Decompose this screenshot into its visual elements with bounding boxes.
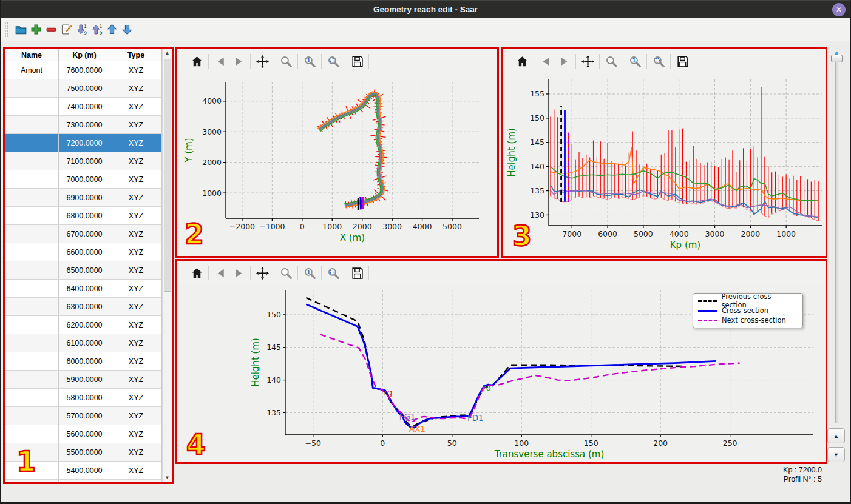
- table-cell[interactable]: XYZ: [110, 170, 162, 189]
- table-cell[interactable]: [5, 389, 59, 407]
- table-cell[interactable]: XYZ: [110, 443, 162, 462]
- home-button[interactable]: [513, 52, 531, 70]
- scrollbar-down-icon[interactable]: ▼: [163, 474, 172, 482]
- table-header-type[interactable]: Type: [110, 49, 162, 61]
- table-row[interactable]: 5300.0000XYZ: [5, 480, 162, 482]
- table-cell[interactable]: [5, 298, 59, 316]
- sort-ascending-button[interactable]: 19: [89, 21, 104, 39]
- scrollbar-up-icon[interactable]: ▲: [163, 49, 172, 58]
- forward-button[interactable]: [229, 264, 248, 282]
- zoom-button[interactable]: [277, 52, 295, 70]
- table-cell[interactable]: [5, 280, 59, 298]
- table-row[interactable]: 6200.0000XYZ: [5, 316, 162, 334]
- table-cell[interactable]: 7300.0000: [59, 116, 110, 134]
- table-cell[interactable]: XYZ: [110, 462, 162, 480]
- zoom-button[interactable]: [602, 52, 620, 70]
- table-cell[interactable]: XYZ: [110, 389, 162, 407]
- table-cell[interactable]: 7200.0000: [59, 134, 110, 152]
- table-cell[interactable]: 6700.0000: [59, 225, 110, 243]
- toolbar-grip-icon[interactable]: [4, 22, 8, 38]
- table-cell[interactable]: [5, 207, 59, 225]
- move-down-button[interactable]: [120, 21, 135, 39]
- table-row[interactable]: 5800.0000XYZ: [5, 389, 162, 407]
- pan-button[interactable]: [578, 52, 597, 70]
- table-cell[interactable]: 7000.0000: [59, 170, 110, 189]
- table-cell[interactable]: 5700.0000: [59, 407, 110, 425]
- back-button[interactable]: [211, 264, 229, 282]
- home-button[interactable]: [188, 264, 206, 282]
- table-cell[interactable]: 6800.0000: [59, 207, 110, 225]
- pan-button[interactable]: [253, 52, 271, 70]
- zoom-button[interactable]: [277, 264, 295, 282]
- table-cell[interactable]: [5, 352, 59, 371]
- table-cell[interactable]: 6400.0000: [59, 280, 110, 298]
- table-cell[interactable]: XYZ: [110, 61, 162, 79]
- zoom-section-button[interactable]: 1: [300, 264, 319, 282]
- table-cell[interactable]: XYZ: [110, 280, 162, 298]
- scrollbar-thumb[interactable]: [164, 59, 171, 292]
- table-cell[interactable]: 7500.0000: [59, 79, 110, 98]
- table-row[interactable]: 7300.0000XYZ: [5, 116, 162, 134]
- table-row[interactable]: 6300.0000XYZ: [5, 298, 162, 316]
- table-cell[interactable]: 7400.0000: [59, 98, 110, 116]
- move-up-button[interactable]: [104, 21, 120, 39]
- longitudinal-plot[interactable]: 7000600050004000300020001000130135140145…: [503, 73, 826, 256]
- table-cell[interactable]: [5, 98, 59, 116]
- table-cell[interactable]: [5, 334, 59, 352]
- table-row[interactable]: 7400.0000XYZ: [5, 98, 162, 116]
- zoom-fit-button[interactable]: [649, 52, 668, 70]
- close-icon[interactable]: ✕: [832, 3, 846, 16]
- table-cell[interactable]: 5800.0000: [59, 389, 110, 407]
- table-scrollbar[interactable]: ▲ ▼: [162, 49, 172, 482]
- table-cell[interactable]: 6100.0000: [59, 334, 110, 352]
- table-cell[interactable]: [5, 170, 59, 189]
- table-cell[interactable]: 6900.0000: [59, 189, 110, 207]
- zoom-fit-button[interactable]: [324, 52, 342, 70]
- zoom-fit-button[interactable]: [324, 264, 342, 282]
- table-row[interactable]: 7200.0000XYZ: [5, 134, 162, 152]
- table-cell[interactable]: Amont: [5, 61, 59, 79]
- table-cell[interactable]: XYZ: [110, 98, 162, 116]
- table-row[interactable]: 5600.0000XYZ: [5, 425, 162, 443]
- table-row[interactable]: 6900.0000XYZ: [5, 189, 162, 207]
- home-button[interactable]: [188, 52, 206, 70]
- profile-down-button[interactable]: ▼: [827, 447, 845, 462]
- table-row[interactable]: Amont7600.0000XYZ: [5, 61, 162, 79]
- profile-slider-handle[interactable]: [831, 55, 843, 62]
- table-cell[interactable]: [5, 480, 59, 482]
- table-cell[interactable]: [5, 261, 59, 280]
- table-cell[interactable]: [5, 316, 59, 334]
- table-header-kp-m[interactable]: Kp (m): [59, 49, 110, 61]
- table-row[interactable]: 6500.0000XYZ: [5, 261, 162, 280]
- table-cell[interactable]: XYZ: [110, 425, 162, 443]
- table-cell[interactable]: [5, 243, 59, 261]
- table-cell[interactable]: [5, 225, 59, 243]
- table-row[interactable]: 6800.0000XYZ: [5, 207, 162, 225]
- pan-button[interactable]: [253, 264, 271, 282]
- add-cross-section-button[interactable]: [29, 21, 44, 39]
- profile-slider-track[interactable]: [835, 52, 838, 423]
- zoom-section-button[interactable]: 1: [300, 52, 319, 70]
- table-row[interactable]: 6100.0000XYZ: [5, 334, 162, 352]
- table-cell[interactable]: XYZ: [110, 79, 162, 98]
- table-cell[interactable]: XYZ: [110, 261, 162, 280]
- forward-button[interactable]: [229, 52, 248, 70]
- table-cell[interactable]: XYZ: [110, 152, 162, 170]
- table-cell[interactable]: XYZ: [110, 225, 162, 243]
- table-cell[interactable]: XYZ: [110, 371, 162, 389]
- table-row[interactable]: 6000.0000XYZ: [5, 352, 162, 371]
- back-button[interactable]: [211, 52, 229, 70]
- table-row[interactable]: 6400.0000XYZ: [5, 280, 162, 298]
- table-cell[interactable]: 5300.0000: [59, 480, 110, 482]
- profile-up-button[interactable]: ▲: [827, 428, 845, 443]
- table-cell[interactable]: 7600.0000: [59, 61, 110, 79]
- table-cell[interactable]: [5, 425, 59, 443]
- table-cell[interactable]: [5, 116, 59, 134]
- table-cell[interactable]: 5900.0000: [59, 371, 110, 389]
- table-cell[interactable]: 5400.0000: [59, 462, 110, 480]
- table-row[interactable]: 5900.0000XYZ: [5, 371, 162, 389]
- sort-descending-button[interactable]: 19: [74, 21, 89, 39]
- table-cell[interactable]: XYZ: [110, 352, 162, 371]
- table-cell[interactable]: 6300.0000: [59, 298, 110, 316]
- table-cell[interactable]: 5600.0000: [59, 425, 110, 443]
